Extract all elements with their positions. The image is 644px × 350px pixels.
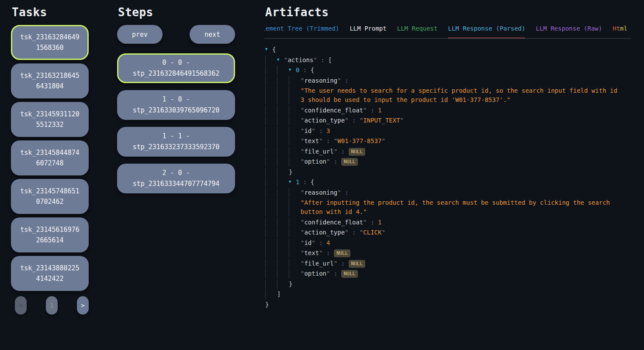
json-line: "text" : "W01-377-8537" [265, 136, 631, 146]
json-token: { [311, 178, 314, 186]
indent-guide [265, 147, 277, 156]
json-token: action_type [304, 117, 345, 124]
json-tokens: } [289, 280, 292, 289]
json-tokens: "id" : 4 [301, 238, 330, 248]
json-token: CLICK [363, 229, 381, 236]
indent-guide [289, 106, 301, 115]
tasks-panel: Tasks tsk_231632846491568360tsk_23163218… [11, 6, 89, 315]
task-button[interactable]: tsk_231632186456431804 [11, 63, 89, 98]
pagination-prev-button[interactable]: < [15, 296, 27, 315]
json-token: " : [319, 137, 334, 144]
json-token: "The user needs to search for a specific… [301, 87, 621, 103]
json-tokens: "id" : 3 [301, 126, 330, 136]
json-token: " : [313, 56, 328, 63]
artifacts-panel: Artifacts Element Tree (Trimmed)LLM Prom… [264, 6, 644, 315]
tab-llm-prompt[interactable]: LLM Prompt [350, 25, 386, 38]
json-token: "After inputting the product id, the sea… [301, 199, 613, 215]
json-line: "reasoning" : [265, 188, 631, 197]
steps-next-button[interactable]: next [190, 25, 235, 44]
json-token: file_url [304, 148, 333, 155]
json-tokens: { [272, 45, 276, 54]
task-button[interactable]: tsk_231458448746072748 [11, 140, 89, 175]
indent-guide [289, 188, 301, 197]
json-tokens: "text" : "W01-377-8537" [301, 136, 385, 146]
json-line: "After inputting the product id, the sea… [265, 198, 631, 217]
artifacts-title: Artifacts [265, 6, 631, 19]
tab-llm-response-parsed[interactable]: LLM Response (Parsed) [448, 25, 525, 38]
json-line: "reasoning" : [265, 76, 631, 85]
collapse-icon[interactable]: ▼ [289, 65, 296, 74]
json-line: "option" : NULL [265, 157, 631, 166]
tasks-pagination: < 1 > [11, 296, 89, 315]
step-list: 0 - 0 - stp_2316328464915683621 - 0 - st… [117, 53, 235, 193]
json-token: INPUT_TEXT [363, 117, 400, 124]
collapse-icon[interactable]: ▼ [265, 45, 272, 54]
tab-html-raw[interactable]: Html (Raw) [613, 25, 631, 38]
json-token: " : [334, 148, 349, 155]
json-line: "action_type" : "INPUT_TEXT" [265, 116, 631, 125]
steps-prev-button[interactable]: prev [117, 25, 163, 44]
step-button[interactable]: 1 - 1 - stp_231633237333592370 [117, 127, 235, 157]
json-token: W01-377-8537 [337, 137, 381, 144]
json-token: reasoning [304, 189, 337, 196]
app-root: Tasks tsk_231632846491568360tsk_23163218… [0, 0, 644, 315]
indent-guide [277, 157, 289, 166]
json-token: option [304, 270, 326, 277]
json-token: " : [337, 77, 352, 84]
task-button[interactable]: tsk_231632846491568360 [11, 25, 89, 60]
json-line: } [265, 300, 631, 309]
json-tokens: 1 : { [296, 178, 314, 187]
task-button[interactable]: tsk_231457486510702462 [11, 179, 89, 214]
json-tokens: ] [277, 290, 280, 299]
indent-guide [277, 178, 289, 187]
tab-llm-request[interactable]: LLM Request [397, 25, 438, 38]
json-token: " : [312, 239, 326, 246]
indent-guide [277, 126, 289, 136]
json-token: : [299, 66, 310, 74]
json-tokens: } [265, 300, 269, 309]
json-line: ] [265, 290, 631, 299]
json-token: file_url [304, 260, 333, 267]
indent-guide [289, 238, 301, 248]
json-tokens: "action_type" : "INPUT_TEXT" [301, 116, 404, 125]
indent-guide [277, 269, 289, 278]
pagination-next-button[interactable]: > [77, 296, 89, 315]
json-line: } [265, 280, 631, 289]
step-button[interactable]: 0 - 0 - stp_231632846491568362 [117, 53, 235, 83]
task-button[interactable]: tsk_231456169762665614 [11, 217, 89, 252]
indent-guide [265, 126, 277, 136]
collapse-icon[interactable]: ▼ [277, 55, 284, 64]
json-tokens: "The user needs to search for a specific… [301, 86, 620, 105]
json-token: id [304, 127, 312, 134]
json-token: ] [277, 290, 280, 298]
json-token: " : [337, 189, 352, 196]
step-button[interactable]: 2 - 0 - stp_231633344707774794 [117, 164, 235, 193]
task-button[interactable]: tsk_231438802254142422 [11, 256, 89, 291]
pagination-page-button[interactable]: 1 [46, 296, 58, 315]
indent-guide [277, 136, 289, 146]
indent-guide [277, 218, 289, 227]
json-token: action_type [304, 229, 345, 236]
steps-title: Steps [118, 6, 235, 19]
indent-guide [277, 86, 289, 105]
json-token: confidence_float [304, 107, 363, 114]
collapse-icon[interactable]: ▼ [289, 177, 296, 186]
indent-guide [265, 136, 277, 146]
indent-guide [265, 106, 277, 115]
tab-char: t [616, 25, 620, 32]
json-token: " : [326, 158, 341, 165]
tab-llm-response-raw[interactable]: LLM Response (Raw) [536, 25, 602, 38]
json-line: "option" : NULL [265, 269, 631, 278]
indent-guide [289, 218, 301, 227]
task-button[interactable]: tsk_231459311205512332 [11, 102, 89, 137]
indent-guide [277, 76, 289, 85]
json-tokens: "After inputting the product id, the sea… [301, 198, 620, 217]
indent-guide [265, 269, 277, 278]
indent-guide [265, 188, 277, 197]
tab-element-tree-trimmed[interactable]: Element Tree (Trimmed) [264, 25, 339, 38]
json-tokens: "file_url" : NULL [301, 147, 365, 156]
json-tokens: "confidence_float" : 1 [301, 106, 381, 115]
step-button[interactable]: 1 - 0 - stp_231633039765096720 [117, 90, 235, 120]
json-token: option [304, 158, 326, 165]
steps-nav: prev next [117, 25, 235, 44]
